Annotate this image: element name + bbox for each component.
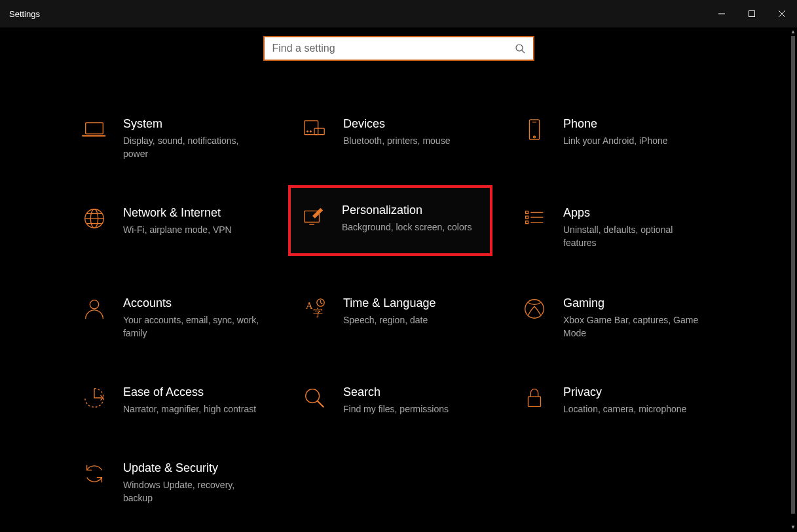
category-title: Personalization <box>342 202 472 218</box>
sync-icon <box>81 461 107 488</box>
category-search[interactable]: Search Find my files, permissions <box>297 379 453 421</box>
xbox-icon <box>521 296 547 323</box>
lock-icon <box>521 385 547 412</box>
svg-point-4 <box>516 44 523 51</box>
highlight-annotation: Personalization Background, lock screen,… <box>288 185 492 256</box>
category-title: Apps <box>563 205 701 221</box>
category-personalization[interactable]: Personalization Background, lock screen,… <box>291 188 490 253</box>
category-system[interactable]: System Display, sound, notifications, po… <box>77 111 265 166</box>
category-privacy[interactable]: Privacy Location, camera, microphone <box>517 379 690 421</box>
close-button[interactable] <box>767 0 797 27</box>
search-container <box>0 36 797 61</box>
list-icon <box>521 206 547 232</box>
category-desc: Background, lock screen, colors <box>342 221 472 234</box>
scroll-down-arrow[interactable]: ▼ <box>790 523 796 531</box>
person-icon <box>81 296 107 323</box>
svg-text:A: A <box>306 300 313 311</box>
category-desc: Windows Update, recovery, backup <box>123 478 261 505</box>
svg-point-36 <box>306 389 320 403</box>
category-desc: Display, sound, notifications, power <box>123 134 261 160</box>
maximize-button[interactable] <box>737 0 767 27</box>
svg-line-5 <box>522 50 525 53</box>
window-title: Settings <box>9 9 40 19</box>
category-gaming[interactable]: Gaming Xbox Game Bar, captures, Game Mod… <box>517 290 705 345</box>
laptop-icon <box>81 117 107 143</box>
svg-point-11 <box>307 131 308 132</box>
paintbrush-icon <box>300 204 326 230</box>
svg-rect-9 <box>305 121 318 135</box>
search-icon <box>515 43 525 54</box>
minimize-button[interactable] <box>707 0 737 27</box>
svg-rect-23 <box>526 211 528 214</box>
svg-rect-1 <box>749 11 755 17</box>
category-desc: Location, camera, microphone <box>563 402 686 416</box>
category-title: Privacy <box>563 384 686 400</box>
svg-rect-10 <box>314 128 324 135</box>
category-title: Accounts <box>123 295 261 311</box>
category-desc: Bluetooth, printers, mouse <box>343 134 450 147</box>
category-desc: Xbox Game Bar, captures, Game Mode <box>563 313 701 340</box>
language-icon: A字 <box>301 296 327 323</box>
svg-rect-38 <box>528 397 541 406</box>
category-desc: Your accounts, email, sync, work, family <box>123 313 261 340</box>
scrollbar-thumb[interactable] <box>791 36 795 514</box>
devices-icon <box>301 117 327 143</box>
svg-point-15 <box>534 136 536 138</box>
category-title: Devices <box>343 116 450 132</box>
category-time-language[interactable]: A字 Time & Language Speech, region, date <box>297 290 439 332</box>
category-title: Phone <box>563 116 668 132</box>
category-title: Update & Security <box>123 460 261 476</box>
titlebar: Settings <box>0 0 797 27</box>
category-desc: Uninstall, defaults, optional features <box>563 223 701 249</box>
window-controls <box>707 0 797 27</box>
globe-icon <box>81 206 107 232</box>
svg-point-29 <box>90 300 98 309</box>
vertical-scrollbar[interactable]: ▲ ▼ <box>790 27 796 531</box>
category-title: System <box>123 116 261 132</box>
magnifier-icon <box>301 385 327 412</box>
svg-line-37 <box>318 401 324 408</box>
category-title: Gaming <box>563 295 701 311</box>
category-accounts[interactable]: Accounts Your accounts, email, sync, wor… <box>77 290 265 345</box>
svg-text:字: 字 <box>313 307 323 318</box>
svg-point-35 <box>525 300 544 319</box>
category-title: Network & Internet <box>123 205 232 221</box>
category-ease-of-access[interactable]: Ease of Access Narrator, magnifier, high… <box>77 379 260 421</box>
category-network[interactable]: Network & Internet Wi-Fi, airplane mode,… <box>77 200 236 241</box>
scroll-up-arrow[interactable]: ▲ <box>790 27 796 35</box>
category-apps[interactable]: Apps Uninstall, defaults, optional featu… <box>517 200 705 255</box>
phone-icon <box>521 117 547 143</box>
category-desc: Link your Android, iPhone <box>563 134 668 147</box>
category-desc: Narrator, magnifier, high contrast <box>123 402 256 416</box>
svg-rect-6 <box>86 123 103 134</box>
category-title: Ease of Access <box>123 384 256 400</box>
category-title: Search <box>343 384 449 400</box>
category-desc: Speech, region, date <box>343 313 436 327</box>
category-desc: Find my files, permissions <box>343 402 449 416</box>
category-update-security[interactable]: Update & Security Windows Update, recove… <box>77 455 265 510</box>
ease-icon <box>81 385 107 412</box>
search-box[interactable] <box>263 36 534 61</box>
search-input[interactable] <box>272 43 515 54</box>
svg-line-34 <box>321 303 323 304</box>
svg-rect-25 <box>526 216 528 219</box>
svg-point-12 <box>310 131 311 132</box>
settings-categories-grid: System Display, sound, notifications, po… <box>77 111 797 510</box>
category-desc: Wi-Fi, airplane mode, VPN <box>123 223 232 236</box>
svg-rect-27 <box>526 221 528 224</box>
category-devices[interactable]: Devices Bluetooth, printers, mouse <box>297 111 454 152</box>
category-phone[interactable]: Phone Link your Android, iPhone <box>517 111 672 152</box>
category-title: Time & Language <box>343 295 436 311</box>
